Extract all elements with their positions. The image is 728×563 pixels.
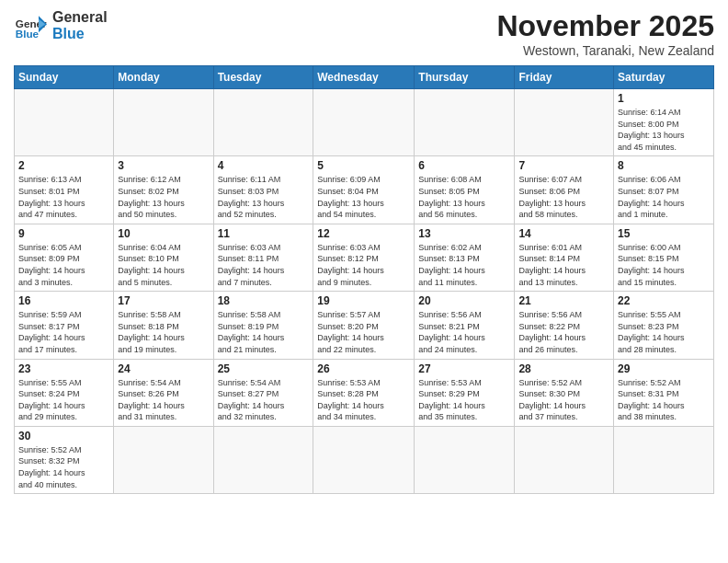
weekday-header-friday: Friday [515, 66, 614, 89]
day-info: Sunrise: 6:05 AM Sunset: 8:09 PM Dayligh… [18, 242, 109, 288]
day-info: Sunrise: 6:03 AM Sunset: 8:11 PM Dayligh… [218, 242, 310, 288]
day-number: 11 [218, 227, 310, 240]
weekday-header-saturday: Saturday [614, 66, 714, 89]
day-number: 7 [518, 159, 609, 172]
weekday-header-wednesday: Wednesday [313, 66, 415, 89]
weekday-header-thursday: Thursday [415, 66, 515, 89]
calendar-cell [313, 89, 415, 156]
svg-text:Blue: Blue [16, 28, 40, 40]
calendar-cell [114, 426, 213, 493]
day-number: 8 [618, 159, 710, 172]
day-info: Sunrise: 5:58 AM Sunset: 8:19 PM Dayligh… [218, 309, 310, 355]
calendar-cell: 6Sunrise: 6:08 AM Sunset: 8:05 PM Daylig… [415, 156, 515, 224]
calendar-cell [213, 89, 313, 156]
day-number: 10 [118, 227, 209, 240]
calendar-cell [114, 89, 213, 156]
day-info: Sunrise: 5:52 AM Sunset: 8:32 PM Dayligh… [18, 444, 109, 490]
month-title: November 2025 [496, 9, 714, 43]
day-info: Sunrise: 6:07 AM Sunset: 8:06 PM Dayligh… [518, 174, 609, 220]
calendar-cell: 24Sunrise: 5:54 AM Sunset: 8:26 PM Dayli… [114, 359, 213, 426]
day-info: Sunrise: 6:12 AM Sunset: 8:02 PM Dayligh… [118, 174, 209, 220]
day-info: Sunrise: 5:53 AM Sunset: 8:28 PM Dayligh… [317, 377, 410, 423]
day-info: Sunrise: 6:08 AM Sunset: 8:05 PM Dayligh… [418, 174, 510, 220]
day-info: Sunrise: 5:54 AM Sunset: 8:26 PM Dayligh… [118, 377, 209, 423]
weekday-header-monday: Monday [114, 66, 213, 89]
day-info: Sunrise: 6:03 AM Sunset: 8:12 PM Dayligh… [317, 242, 410, 288]
calendar-cell: 1Sunrise: 6:14 AM Sunset: 8:00 PM Daylig… [614, 89, 714, 156]
weekday-header-tuesday: Tuesday [213, 66, 313, 89]
weekday-header-row: SundayMondayTuesdayWednesdayThursdayFrid… [15, 66, 714, 89]
day-info: Sunrise: 5:59 AM Sunset: 8:17 PM Dayligh… [18, 309, 109, 355]
calendar-cell: 9Sunrise: 6:05 AM Sunset: 8:09 PM Daylig… [15, 224, 114, 291]
day-info: Sunrise: 6:00 AM Sunset: 8:15 PM Dayligh… [618, 242, 710, 288]
calendar-cell [415, 426, 515, 493]
day-number: 20 [418, 294, 510, 307]
day-info: Sunrise: 5:52 AM Sunset: 8:31 PM Dayligh… [618, 377, 710, 423]
calendar-cell [15, 89, 114, 156]
calendar-cell: 27Sunrise: 5:53 AM Sunset: 8:29 PM Dayli… [415, 359, 515, 426]
day-info: Sunrise: 5:58 AM Sunset: 8:18 PM Dayligh… [118, 309, 209, 355]
weekday-header-sunday: Sunday [15, 66, 114, 89]
day-info: Sunrise: 5:52 AM Sunset: 8:30 PM Dayligh… [518, 377, 609, 423]
calendar-cell: 16Sunrise: 5:59 AM Sunset: 8:17 PM Dayli… [15, 292, 114, 359]
day-number: 21 [518, 294, 609, 307]
day-info: Sunrise: 6:09 AM Sunset: 8:04 PM Dayligh… [317, 174, 410, 220]
day-number: 18 [218, 294, 310, 307]
calendar-cell [515, 426, 614, 493]
calendar-cell: 2Sunrise: 6:13 AM Sunset: 8:01 PM Daylig… [15, 156, 114, 224]
calendar-cell: 17Sunrise: 5:58 AM Sunset: 8:18 PM Dayli… [114, 292, 213, 359]
day-number: 13 [418, 227, 510, 240]
calendar-table: SundayMondayTuesdayWednesdayThursdayFrid… [14, 65, 714, 494]
calendar-cell [415, 89, 515, 156]
day-number: 29 [618, 362, 710, 375]
calendar-cell: 21Sunrise: 5:56 AM Sunset: 8:22 PM Dayli… [515, 292, 614, 359]
day-info: Sunrise: 6:02 AM Sunset: 8:13 PM Dayligh… [418, 242, 510, 288]
calendar-cell: 7Sunrise: 6:07 AM Sunset: 8:06 PM Daylig… [515, 156, 614, 224]
logo: General Blue General Blue [14, 9, 108, 42]
day-number: 28 [518, 362, 609, 375]
day-number: 19 [317, 294, 410, 307]
calendar-cell [614, 426, 714, 493]
day-number: 5 [317, 159, 410, 172]
calendar-cell: 29Sunrise: 5:52 AM Sunset: 8:31 PM Dayli… [614, 359, 714, 426]
week-row-4: 16Sunrise: 5:59 AM Sunset: 8:17 PM Dayli… [15, 292, 714, 359]
week-row-6: 30Sunrise: 5:52 AM Sunset: 8:32 PM Dayli… [15, 426, 714, 493]
day-number: 12 [317, 227, 410, 240]
day-number: 2 [18, 159, 109, 172]
calendar-cell: 22Sunrise: 5:55 AM Sunset: 8:23 PM Dayli… [614, 292, 714, 359]
day-info: Sunrise: 6:14 AM Sunset: 8:00 PM Dayligh… [618, 107, 710, 153]
day-info: Sunrise: 6:01 AM Sunset: 8:14 PM Dayligh… [518, 242, 609, 288]
day-info: Sunrise: 5:56 AM Sunset: 8:21 PM Dayligh… [418, 309, 510, 355]
day-number: 4 [218, 159, 310, 172]
day-info: Sunrise: 5:57 AM Sunset: 8:20 PM Dayligh… [317, 309, 410, 355]
day-info: Sunrise: 6:06 AM Sunset: 8:07 PM Dayligh… [618, 174, 710, 220]
week-row-5: 23Sunrise: 5:55 AM Sunset: 8:24 PM Dayli… [15, 359, 714, 426]
day-number: 30 [18, 430, 109, 442]
day-info: Sunrise: 5:54 AM Sunset: 8:27 PM Dayligh… [218, 377, 310, 423]
week-row-1: 1Sunrise: 6:14 AM Sunset: 8:00 PM Daylig… [15, 89, 714, 156]
title-block: November 2025 Westown, Taranaki, New Zea… [496, 9, 714, 58]
logo-blue: Blue [52, 26, 108, 42]
day-number: 14 [518, 227, 609, 240]
calendar-cell: 14Sunrise: 6:01 AM Sunset: 8:14 PM Dayli… [515, 224, 614, 291]
day-info: Sunrise: 5:55 AM Sunset: 8:23 PM Dayligh… [618, 309, 710, 355]
day-number: 3 [118, 159, 209, 172]
logo-general: General [52, 9, 108, 26]
day-info: Sunrise: 6:04 AM Sunset: 8:10 PM Dayligh… [118, 242, 209, 288]
location-subtitle: Westown, Taranaki, New Zealand [496, 43, 714, 58]
day-number: 26 [317, 362, 410, 375]
calendar-cell: 18Sunrise: 5:58 AM Sunset: 8:19 PM Dayli… [213, 292, 313, 359]
day-number: 1 [618, 92, 710, 105]
day-number: 24 [118, 362, 209, 375]
calendar-cell: 12Sunrise: 6:03 AM Sunset: 8:12 PM Dayli… [313, 224, 415, 291]
calendar-cell: 13Sunrise: 6:02 AM Sunset: 8:13 PM Dayli… [415, 224, 515, 291]
calendar-cell: 26Sunrise: 5:53 AM Sunset: 8:28 PM Dayli… [313, 359, 415, 426]
logo-icon: General Blue [14, 9, 47, 42]
calendar-cell [213, 426, 313, 493]
week-row-3: 9Sunrise: 6:05 AM Sunset: 8:09 PM Daylig… [15, 224, 714, 291]
day-info: Sunrise: 6:11 AM Sunset: 8:03 PM Dayligh… [218, 174, 310, 220]
day-info: Sunrise: 5:56 AM Sunset: 8:22 PM Dayligh… [518, 309, 609, 355]
day-number: 23 [18, 362, 109, 375]
day-number: 16 [18, 294, 109, 307]
day-number: 15 [618, 227, 710, 240]
